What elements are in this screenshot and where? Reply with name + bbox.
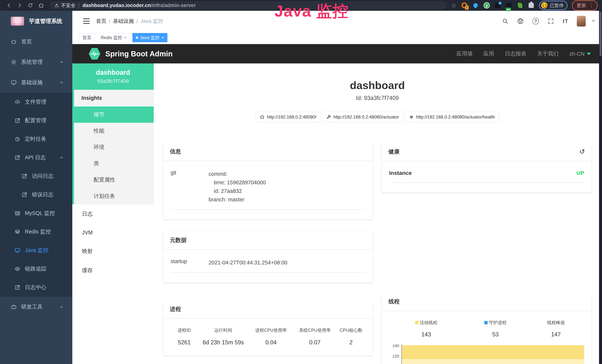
- browser-profile-chip[interactable]: 已暂停: [539, 1, 568, 10]
- browser-reload-icon[interactable]: [27, 2, 33, 8]
- sidebar-logo[interactable]: 芋道管理系统: [0, 11, 72, 32]
- layers-icon: [14, 229, 20, 235]
- extension-icons: 1 y on: [461, 2, 535, 9]
- gear-icon: [11, 59, 17, 65]
- extension-grid-icon[interactable]: [494, 2, 501, 9]
- sidebar-item-scheduled-jobs[interactable]: 定时任务: [0, 130, 72, 148]
- metadata-card: 元数据 startup 2021-04-27T00:44:31.254+08:0…: [163, 231, 373, 282]
- sba-item-config-props[interactable]: 配置属性: [74, 172, 154, 188]
- sba-section-insights[interactable]: Insights: [74, 90, 154, 107]
- breadcrumb-infrastructure[interactable]: 基础设施: [113, 18, 134, 25]
- sidebar-item-system-mgmt[interactable]: 系统管理: [0, 52, 72, 72]
- sidebar-item-log-center[interactable]: 日志中心: [0, 278, 72, 297]
- sidebar-item-java-monitor[interactable]: Java 监控: [0, 241, 72, 260]
- tab-home[interactable]: 首页: [79, 33, 95, 42]
- sba-item-mappings[interactable]: 映射: [72, 242, 154, 261]
- threads-daemon: 守护进程 53: [463, 320, 528, 338]
- threads-live: 活动线程 143: [389, 320, 463, 338]
- extension-pin-icon[interactable]: [472, 2, 479, 9]
- sidebar-item-home[interactable]: 首页: [0, 32, 72, 52]
- app-title: 芋道管理系统: [29, 17, 62, 25]
- active-threads-band: [402, 345, 584, 359]
- sba-item-classes[interactable]: 类: [74, 155, 154, 172]
- sba-navbar: Spring Boot Admin 应用墙 应用 日志报表 关于我们 zh-CN: [72, 44, 602, 64]
- search-icon[interactable]: [502, 18, 509, 24]
- profile-status-label: 已暂停: [550, 2, 564, 9]
- close-icon[interactable]: ×: [161, 35, 164, 40]
- sba-item-logging[interactable]: 日志: [72, 204, 154, 224]
- service-url-link[interactable]: http://192.168.0.2:48080/: [256, 112, 321, 122]
- fullscreen-icon[interactable]: [548, 18, 554, 24]
- sidebar-item-access-log[interactable]: 访问日志: [0, 167, 72, 185]
- extension-orange-icon[interactable]: 1: [461, 2, 468, 9]
- threads-chart-yaxis: 140 120 100: [389, 344, 401, 364]
- github-icon[interactable]: [517, 18, 524, 24]
- sidebar-item-infrastructure[interactable]: 基础设施: [0, 72, 72, 93]
- system-cpu-usage: 系统CPU使用率 0.07: [293, 327, 336, 346]
- bookmark-star-icon[interactable]: ☆: [451, 2, 456, 9]
- extension-y-icon[interactable]: y: [483, 2, 490, 9]
- edit-icon: [14, 118, 20, 124]
- instance-header[interactable]: dashboard 93a3fc7f7409: [72, 64, 154, 90]
- breadcrumb-home[interactable]: 首页: [96, 18, 107, 25]
- tab-java-monitor[interactable]: Java 监控 ×: [132, 33, 167, 42]
- sba-nav-journal[interactable]: 日志报表: [505, 50, 526, 57]
- security-label: 不安全: [61, 2, 75, 9]
- clock-icon: [14, 136, 20, 142]
- browser-update-button[interactable]: 更新 ⋮: [572, 0, 598, 11]
- user-avatar[interactable]: [577, 16, 586, 27]
- sba-nav-wallboard[interactable]: 应用墙: [456, 50, 473, 57]
- sba-item-scheduled-tasks[interactable]: 计划任务: [74, 188, 154, 204]
- sba-item-caches[interactable]: 缓存: [72, 261, 154, 280]
- browser-back-icon[interactable]: [6, 2, 12, 8]
- sba-nav-about[interactable]: 关于我们: [537, 50, 559, 57]
- sidebar-item-trace[interactable]: 链路追踪: [0, 260, 72, 278]
- metadata-startup-row: startup 2021-04-27T00:44:31.254+08:00: [171, 258, 366, 273]
- address-bar[interactable]: ⚠ 不安全 dashboard.yudao.iocoder.cn /infra/…: [50, 1, 446, 10]
- edit-icon: [14, 155, 20, 161]
- font-size-icon[interactable]: tT: [563, 18, 568, 24]
- actuator-url-link[interactable]: http://192.168.0.2:48080/actuator: [322, 112, 403, 122]
- browser-forward-icon[interactable]: [17, 2, 23, 8]
- health-instance-label: Instance: [389, 170, 412, 176]
- sidebar-item-redis-monitor[interactable]: Redis 监控: [0, 223, 72, 241]
- legend-swatch-daemon: [484, 321, 488, 324]
- admin-sidebar: 芋道管理系统 首页 系统管理 基础设施 文件管理: [0, 11, 72, 364]
- help-icon[interactable]: ?: [532, 18, 539, 24]
- sba-nav-applications[interactable]: 应用: [483, 50, 494, 57]
- sidebar-item-mysql-monitor[interactable]: MySQL 监控: [0, 204, 72, 223]
- browser-home-icon[interactable]: [38, 2, 44, 8]
- sba-item-environment[interactable]: 环境: [74, 139, 154, 155]
- browser-toolbar: ⚠ 不安全 dashboard.yudao.iocoder.cn /infra/…: [0, 0, 602, 11]
- sba-item-jvm[interactable]: JVM: [72, 224, 154, 242]
- sidebar-item-api-log[interactable]: API 日志: [0, 148, 72, 167]
- process-cpu-usage: 进程CPU使用率 0.04: [249, 327, 293, 346]
- extension-badge: 1: [465, 6, 469, 10]
- tab-redis-monitor[interactable]: Redis 监控 ×: [97, 33, 130, 42]
- sidebar-item-file-mgmt[interactable]: 文件管理: [0, 93, 72, 111]
- hamburger-icon[interactable]: [83, 18, 90, 24]
- active-threads-band-fade: [402, 360, 584, 364]
- scrollbar-thumb[interactable]: [600, 11, 602, 56]
- process-pid: 进程ID 5261: [171, 327, 198, 346]
- scrollbar[interactable]: [599, 11, 602, 364]
- close-icon[interactable]: ×: [124, 35, 127, 40]
- home-icon: [11, 39, 17, 45]
- logo-avatar: [11, 17, 24, 26]
- metadata-card-title: 元数据: [170, 236, 186, 244]
- extension-puzzle-icon[interactable]: [528, 2, 535, 9]
- extension-on-badge: on: [506, 8, 511, 11]
- sidebar-item-config-mgmt[interactable]: 配置管理: [0, 111, 72, 130]
- history-icon[interactable]: ↺: [579, 148, 585, 156]
- sidebar-item-error-log[interactable]: 错误日志: [0, 185, 72, 204]
- browser-menu-icon[interactable]: ⋮: [589, 3, 594, 8]
- extension-list-icon[interactable]: on: [505, 2, 512, 9]
- sidebar-item-dev-tools[interactable]: 研发工具: [0, 297, 72, 317]
- extension-leaf-icon[interactable]: [516, 2, 524, 9]
- avatar-caret-icon[interactable]: [592, 20, 595, 22]
- sba-item-metrics[interactable]: 性能: [74, 123, 154, 139]
- sba-item-details[interactable]: 细节: [74, 107, 154, 123]
- health-instance-row[interactable]: Instance UP: [389, 170, 584, 183]
- health-url-link[interactable]: http://192.168.0.2:48080/actuator/health: [405, 112, 499, 122]
- language-selector[interactable]: zh-CN: [569, 51, 591, 57]
